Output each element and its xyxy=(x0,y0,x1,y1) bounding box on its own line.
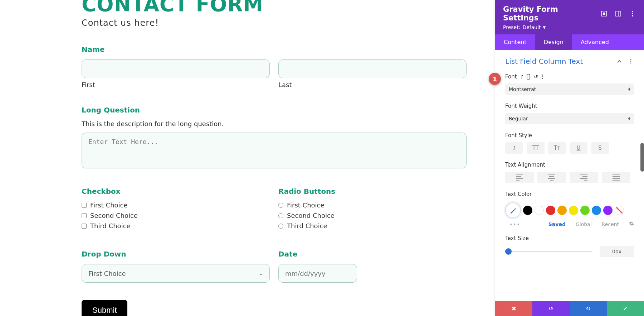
check-icon: ✔ xyxy=(623,305,628,312)
radio-option[interactable]: Third Choice xyxy=(278,222,467,230)
more-icon[interactable] xyxy=(629,10,636,17)
svg-point-11 xyxy=(542,75,543,76)
svg-point-13 xyxy=(542,78,543,79)
slider-knob[interactable] xyxy=(505,248,512,255)
scrollbar-thumb[interactable] xyxy=(640,143,644,172)
section-title: List Field Column Text xyxy=(505,57,583,66)
confirm-button[interactable]: ✔ xyxy=(607,301,644,316)
weight-select[interactable]: Regular ▲▼ xyxy=(505,113,634,124)
dropdown-value: First Choice xyxy=(88,270,126,277)
long-textarea[interactable] xyxy=(82,133,467,168)
swatch-red[interactable] xyxy=(546,206,555,215)
collapse-icon[interactable] xyxy=(616,60,623,63)
radio-option[interactable]: First Choice xyxy=(278,201,467,209)
redo-button[interactable]: ↻ xyxy=(570,301,607,316)
dropdown-label: Drop Down xyxy=(82,250,270,258)
global-tab[interactable]: Global xyxy=(576,221,592,227)
checkbox-icon xyxy=(82,213,87,218)
radio-option[interactable]: Second Choice xyxy=(278,212,467,219)
align-justify-icon xyxy=(613,174,620,181)
checkbox-option[interactable]: Third Choice xyxy=(82,222,270,230)
reset-icon[interactable]: ↺ xyxy=(534,74,538,80)
redo-icon: ↻ xyxy=(586,305,590,312)
panel-body: List Field Column Text Font ? ↺ Montserr… xyxy=(495,50,644,301)
align-center-icon xyxy=(548,174,555,181)
dropdown-select[interactable]: First Choice ⌄ xyxy=(82,264,270,283)
panel-title: Gravity Form Settings xyxy=(503,5,593,22)
date-placeholder: mm/dd/yyyy xyxy=(285,270,326,277)
form-area: CONTACT FORM Contact us here! Name First… xyxy=(0,0,495,316)
layout-icon[interactable] xyxy=(615,10,622,17)
align-left-button[interactable] xyxy=(505,172,534,183)
swatch-none[interactable] xyxy=(615,206,624,215)
eyedropper-button[interactable] xyxy=(505,202,521,218)
font-select[interactable]: Montserrat ▲▼ xyxy=(505,83,634,95)
align-center-button[interactable] xyxy=(537,172,566,183)
strike-button[interactable]: S xyxy=(591,142,609,154)
svg-rect-10 xyxy=(527,74,530,79)
expand-icon[interactable] xyxy=(600,10,608,17)
checkbox-option[interactable]: Second Choice xyxy=(82,212,270,219)
tab-advanced[interactable]: Advanced xyxy=(572,34,644,50)
radio-icon xyxy=(278,203,283,208)
date-input[interactable]: mm/dd/yyyy xyxy=(278,264,357,283)
align-label: Text Alignment xyxy=(505,162,545,168)
panel-header: Gravity Form Settings Preset: Default ▼ xyxy=(495,0,644,34)
tab-design[interactable]: Design xyxy=(535,34,572,50)
italic-button[interactable]: I xyxy=(505,142,523,154)
underline-button[interactable]: U xyxy=(570,142,587,154)
recent-tab[interactable]: Recent xyxy=(602,221,619,227)
mobile-icon[interactable] xyxy=(527,74,530,80)
uppercase-button[interactable]: TT xyxy=(527,142,545,154)
swatch-purple[interactable] xyxy=(603,206,613,215)
svg-point-4 xyxy=(632,11,633,12)
textcolor-label: Text Color xyxy=(505,191,532,197)
preset-selector[interactable]: Preset: Default ▼ xyxy=(503,24,636,30)
color-swatches xyxy=(505,202,634,218)
size-slider[interactable] xyxy=(505,251,592,252)
chevron-down-icon: ▼ xyxy=(628,89,630,91)
long-label: Long Question xyxy=(82,106,467,114)
preset-label: Preset: xyxy=(503,24,520,30)
checkbox-icon xyxy=(82,224,87,229)
swatch-black[interactable] xyxy=(523,206,532,215)
help-icon[interactable]: ? xyxy=(521,74,523,80)
undo-button[interactable]: ↺ xyxy=(532,301,570,316)
swatch-orange[interactable] xyxy=(557,206,567,215)
saved-tab[interactable]: Saved xyxy=(548,221,566,227)
svg-point-5 xyxy=(632,13,633,14)
radio-label: Radio Buttons xyxy=(278,187,467,196)
form-title: CONTACT FORM xyxy=(82,0,467,14)
gear-icon[interactable] xyxy=(629,221,634,227)
cancel-button[interactable]: ✖ xyxy=(495,301,532,316)
last-sublabel: Last xyxy=(278,81,467,88)
swatch-green[interactable] xyxy=(580,206,590,215)
more-colors-button[interactable]: ••• xyxy=(509,221,521,227)
section-more-icon[interactable] xyxy=(628,59,634,64)
checkbox-option[interactable]: First Choice xyxy=(82,201,270,209)
checkbox-icon xyxy=(82,203,87,208)
opt-more-icon[interactable] xyxy=(542,75,543,79)
first-sublabel: First xyxy=(82,81,270,88)
smallcaps-button[interactable]: Tᴛ xyxy=(548,142,566,154)
preset-value: Default xyxy=(522,24,541,30)
name-label: Name xyxy=(82,45,467,54)
checkbox-label: Checkbox xyxy=(82,187,270,196)
align-left-icon xyxy=(516,174,523,181)
first-name-input[interactable] xyxy=(82,59,270,78)
caret-down-icon: ▼ xyxy=(543,25,546,29)
font-label: Font xyxy=(505,73,517,80)
size-value[interactable]: 0px xyxy=(600,246,634,257)
swatch-blue[interactable] xyxy=(592,206,601,215)
last-name-input[interactable] xyxy=(278,59,467,78)
weight-label: Font Weight xyxy=(505,103,537,109)
chevron-down-icon: ▼ xyxy=(628,119,630,120)
swatch-white[interactable] xyxy=(535,206,544,215)
tab-content[interactable]: Content xyxy=(495,34,535,50)
align-right-button[interactable] xyxy=(570,172,598,183)
close-icon: ✖ xyxy=(511,305,516,312)
swatch-yellow[interactable] xyxy=(569,206,578,215)
submit-button[interactable]: Submit xyxy=(82,300,127,316)
align-justify-button[interactable] xyxy=(602,172,630,183)
long-desc: This is the description for the long que… xyxy=(82,120,467,128)
